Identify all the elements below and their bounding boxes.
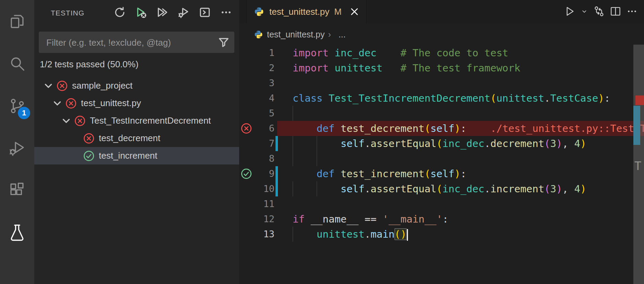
code-line-text[interactable]: import inc_dec # The code to test bbox=[293, 45, 508, 60]
source-control-icon[interactable]: 1 bbox=[0, 84, 34, 127]
breadcrumb-file[interactable]: test_unittest.py bbox=[267, 30, 325, 39]
breadcrumb-symbol-ellipsis[interactable]: ... bbox=[338, 30, 346, 39]
test-tree-label: sample_project bbox=[72, 80, 132, 91]
test-tree-item-test_decrement[interactable]: test_decrement bbox=[34, 129, 239, 147]
test-filter-input[interactable] bbox=[46, 32, 212, 54]
code-line-text[interactable]: self.assertEqual(inc_dec.increment(3), 4… bbox=[293, 181, 586, 196]
code-line-1: 1import inc_dec # The code to test bbox=[239, 45, 644, 60]
test-tree-item-test_increment[interactable]: test_increment bbox=[34, 147, 239, 164]
line-number: 10 bbox=[249, 181, 274, 196]
modified-line-gutter-bar bbox=[276, 181, 278, 196]
more-actions-icon[interactable] bbox=[625, 5, 639, 18]
run-all-tests-icon[interactable] bbox=[155, 5, 169, 19]
testing-toolbar bbox=[113, 5, 233, 19]
more-actions-icon[interactable] bbox=[219, 5, 233, 19]
code-area: 1import inc_dec # The code to test2impor… bbox=[239, 45, 644, 242]
line-number: 12 bbox=[249, 212, 274, 227]
filter-icon[interactable] bbox=[218, 36, 230, 48]
test-tree: sample_projecttest_unittest.pyTest_TestI… bbox=[34, 77, 239, 164]
rerun-failed-tests-icon[interactable] bbox=[134, 5, 148, 19]
code-line-text[interactable]: if __name__ == '__main__': bbox=[293, 212, 448, 227]
test-tree-item-sample_project[interactable]: sample_project bbox=[34, 77, 239, 94]
line-number: 5 bbox=[249, 106, 274, 121]
text-cursor bbox=[407, 229, 408, 241]
modified-line-gutter-bar bbox=[276, 136, 278, 151]
indent-guide bbox=[317, 151, 317, 166]
debug-all-tests-icon[interactable] bbox=[177, 5, 190, 19]
activity-bar: 1 bbox=[0, 0, 34, 284]
explorer-icon[interactable] bbox=[0, 0, 34, 42]
vscode-window: 1 TESTING bbox=[0, 0, 644, 284]
code-line-text[interactable]: self.assertEqual(inc_dec.decrement(3), 4… bbox=[293, 136, 586, 151]
editor-actions bbox=[563, 5, 639, 18]
search-icon[interactable] bbox=[0, 42, 34, 84]
code-line-12: 12if __name__ == '__main__': bbox=[239, 212, 644, 227]
python-file-icon bbox=[254, 30, 263, 39]
code-line-text[interactable]: def test_decrement(self): ./test_unittes… bbox=[293, 121, 644, 136]
indent-guide bbox=[293, 151, 293, 166]
code-line-13: 13 unittest.main() bbox=[239, 227, 644, 242]
chevron-down-icon[interactable] bbox=[51, 98, 63, 109]
line-number: 1 bbox=[249, 45, 274, 60]
show-output-icon[interactable] bbox=[198, 5, 212, 19]
line-number: 8 bbox=[249, 151, 274, 166]
test-failed-icon[interactable] bbox=[83, 133, 95, 144]
code-line-2: 2import unittest # The test framework bbox=[239, 60, 644, 76]
tab-test-unittest[interactable]: test_unittest.py M bbox=[246, 0, 366, 23]
line-number: 7 bbox=[249, 136, 274, 151]
tree-indent-spacer bbox=[69, 150, 81, 162]
code-line-3: 3 bbox=[239, 76, 644, 91]
test-passed-icon[interactable] bbox=[83, 150, 95, 162]
open-changes-icon[interactable] bbox=[593, 5, 606, 18]
line-number: 11 bbox=[249, 196, 274, 212]
editor-group: test_unittest.py M bbox=[239, 0, 644, 284]
test-failed-icon[interactable] bbox=[56, 80, 68, 92]
code-line-10: 10 self.assertEqual(inc_dec.increment(3)… bbox=[239, 181, 644, 196]
scrollbar-minimap-rail[interactable]: T bbox=[633, 45, 644, 284]
run-dropdown-chevron-icon[interactable] bbox=[579, 7, 589, 16]
test-filter-box bbox=[39, 32, 234, 53]
code-line-6: 6 def test_decrement(self): ./test_unitt… bbox=[239, 121, 644, 136]
code-line-text[interactable]: unittest.main() bbox=[293, 227, 408, 242]
test-tree-label: Test_TestIncrementDecrement bbox=[90, 115, 211, 126]
minimap-text-artifact: T bbox=[634, 160, 643, 172]
test-tree-item-test_unittest.py[interactable]: test_unittest.py bbox=[34, 94, 239, 112]
test-failed-icon[interactable] bbox=[65, 98, 77, 109]
code-line-text[interactable]: def test_increment(self): bbox=[293, 166, 466, 181]
test-tree-label: test_increment bbox=[99, 150, 157, 161]
code-line-4: 4class Test_TestIncrementDecrement(unitt… bbox=[239, 91, 644, 106]
python-file-icon bbox=[254, 7, 264, 16]
line-number: 4 bbox=[249, 91, 274, 106]
modified-line-gutter-bar bbox=[276, 166, 278, 181]
sidebar-title: TESTING bbox=[51, 9, 84, 17]
breadcrumb-separator: › bbox=[328, 30, 331, 39]
code-line-text[interactable]: import unittest # The test framework bbox=[293, 60, 520, 76]
code-line-text[interactable]: class Test_TestIncrementDecrement(unitte… bbox=[293, 91, 610, 106]
test-failed-icon[interactable] bbox=[74, 115, 86, 127]
source-control-badge: 1 bbox=[18, 107, 30, 119]
testing-sidebar: TESTING bbox=[34, 0, 239, 284]
split-editor-icon[interactable] bbox=[609, 5, 622, 18]
test-tree-item-Test_TestIncrementDecrement[interactable]: Test_TestIncrementDecrement bbox=[34, 112, 239, 129]
run-file-icon[interactable] bbox=[563, 5, 576, 18]
testing-icon[interactable] bbox=[0, 211, 34, 253]
tree-indent-spacer bbox=[69, 133, 81, 144]
chevron-down-icon[interactable] bbox=[43, 80, 54, 92]
chevron-down-icon[interactable] bbox=[60, 115, 72, 127]
refresh-tests-icon[interactable] bbox=[113, 5, 127, 19]
code-line-9: 9 def test_increment(self): bbox=[239, 166, 644, 181]
test-tree-label: test_decrement bbox=[99, 133, 160, 144]
minimap-error-marker bbox=[635, 95, 644, 105]
test-tree-label: test_unittest.py bbox=[81, 98, 141, 109]
tab-modified-badge: M bbox=[334, 7, 342, 17]
extensions-icon[interactable] bbox=[0, 169, 34, 211]
indent-guide bbox=[293, 106, 293, 121]
sidebar-header: TESTING bbox=[34, 0, 239, 25]
tab-bar: test_unittest.py M bbox=[239, 0, 644, 23]
test-results-summary: 1/2 tests passed (50.0%) bbox=[40, 59, 139, 70]
breadcrumb: test_unittest.py › ... bbox=[239, 23, 644, 45]
line-number: 6 bbox=[249, 121, 274, 136]
run-and-debug-icon[interactable] bbox=[0, 127, 34, 169]
tab-close-icon[interactable] bbox=[349, 6, 360, 18]
tab-title: test_unittest.py bbox=[269, 7, 329, 17]
